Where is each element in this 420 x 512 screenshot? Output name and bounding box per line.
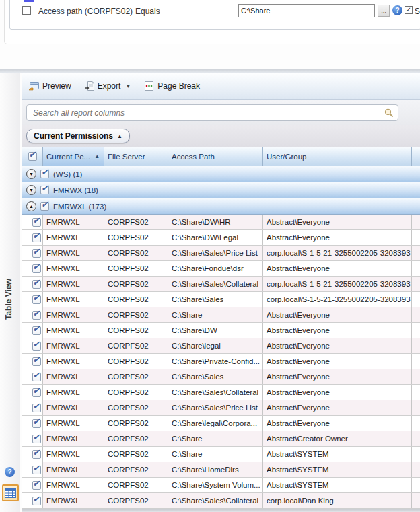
cell-edge: [412, 338, 420, 353]
header-cell-file-server[interactable]: File Server: [104, 147, 168, 166]
search-input[interactable]: [27, 105, 398, 120]
row-checkbox[interactable]: ✔: [32, 404, 41, 412]
check-icon: ✔: [33, 339, 40, 349]
table-row[interactable]: ✔FMRWXLCORPFS02C:\Share\legal\Corpora...…: [22, 416, 420, 431]
cell-user-group: Abstract\SYSTEM: [263, 462, 412, 477]
filter-operator-link[interactable]: Equals: [135, 7, 160, 16]
group-label: FMRWXL (173): [53, 203, 106, 211]
table-row[interactable]: ✔FMRWXLCORPFS02C:\Share\Sales\Price List…: [22, 400, 420, 416]
table-row[interactable]: ✔FMRWXLCORPFS02C:\Share\Salescorp.local\…: [22, 292, 420, 307]
row-checkbox[interactable]: ✔: [32, 481, 41, 490]
table-view-tab[interactable]: [2, 484, 19, 501]
row-checkbox[interactable]: ✔: [32, 280, 41, 289]
check-icon: ✔: [33, 370, 40, 380]
header-cell-user-group[interactable]: User/Group: [263, 147, 412, 166]
bottom-scroll-strip[interactable]: [22, 509, 420, 512]
row-checkbox[interactable]: ✔: [32, 233, 41, 242]
row-checkbox[interactable]: ✔: [32, 373, 41, 381]
cell-user-group: Abstract\Everyone: [263, 354, 412, 369]
cell-current-permissions: FMRWXL: [43, 230, 104, 245]
row-checkbox[interactable]: ✔: [32, 357, 41, 366]
cell-access-path: C:\Share\Sales\Collateral: [168, 277, 263, 291]
row-checkbox[interactable]: ✔: [32, 435, 41, 443]
report-toolbar: Preview Export ▼: [22, 73, 420, 100]
group-row[interactable]: ▼✔FMRWX (18): [22, 182, 420, 198]
filter-value-input[interactable]: [238, 4, 375, 17]
row-checkbox-cell: ✔: [30, 277, 43, 291]
row-checkbox[interactable]: ✔: [32, 450, 41, 459]
check-icon: ✔: [33, 308, 40, 318]
row-checkbox[interactable]: ✔: [32, 466, 41, 474]
cell-edge: [412, 292, 420, 307]
expand-group-icon[interactable]: ▼: [26, 185, 36, 195]
group-by-pill[interactable]: Current Permissions ▲: [26, 129, 130, 143]
header-cell-access-path[interactable]: Access Path: [168, 147, 263, 166]
table-row[interactable]: ✔FMRWXLCORPFS02C:\Share\Private-Confid..…: [22, 354, 420, 369]
table-row[interactable]: ✔FMRWXLCORPFS02C:\Share\HomeDirsAbstract…: [22, 462, 420, 478]
filter-help-icon[interactable]: ?: [392, 5, 403, 15]
row-checkbox[interactable]: ✔: [32, 497, 41, 505]
report-area: Table View ?: [0, 73, 420, 512]
search-icon[interactable]: [384, 108, 394, 118]
row-checkbox-cell: ✔: [30, 323, 43, 338]
row-checkbox[interactable]: ✔: [32, 388, 41, 397]
table-row[interactable]: ✔FMRWXLCORPFS02C:\Share\System Volum...A…: [22, 478, 420, 493]
row-checkbox[interactable]: ✔: [32, 218, 41, 227]
export-dropdown-icon[interactable]: ▼: [125, 83, 131, 89]
cell-file-server: CORPFS02: [104, 338, 168, 353]
cell-edge: [412, 307, 420, 322]
row-checkbox[interactable]: ✔: [32, 311, 41, 320]
row-checkbox[interactable]: ✔: [32, 419, 41, 428]
group-by-bar: Current Permissions ▲: [22, 125, 420, 147]
cell-file-server: CORPFS02: [104, 230, 168, 245]
browse-button[interactable]: ...: [378, 5, 390, 17]
group-checkbox[interactable]: ✔: [40, 170, 49, 178]
group-checkbox[interactable]: ✔: [40, 186, 49, 194]
cell-current-permissions: FMRWXL: [43, 462, 104, 477]
cell-current-permissions: FMRWXL: [43, 354, 104, 369]
cell-file-server: CORPFS02: [104, 400, 168, 415]
cell-access-path: C:\Share\legal\Corpora...: [168, 416, 263, 431]
table-row[interactable]: ✔FMRWXLCORPFS02C:\Share\Sales\Collateral…: [22, 493, 420, 509]
group-row[interactable]: ▲✔FMRWXL (173): [22, 198, 420, 215]
table-row[interactable]: ✔FMRWXLCORPFS02C:\ShareAbstract\Creator …: [22, 431, 420, 447]
table-row[interactable]: ✔FMRWXLCORPFS02C:\Share\DW\LegalAbstract…: [22, 230, 420, 246]
expand-group-icon[interactable]: ▼: [26, 169, 36, 179]
row-indent: [22, 230, 30, 245]
row-checkbox[interactable]: ✔: [32, 264, 41, 273]
filter-row-checkbox[interactable]: [22, 6, 31, 15]
export-button[interactable]: Export ▼: [85, 81, 131, 91]
collapse-group-icon[interactable]: ▲: [26, 201, 36, 211]
row-indent: [22, 277, 30, 291]
select-all-header-cell[interactable]: ✔: [22, 147, 43, 166]
row-indent: [22, 261, 30, 276]
table-row[interactable]: ✔FMRWXLCORPFS02C:\Share\DWAbstract\Every…: [22, 323, 420, 338]
table-row[interactable]: ✔FMRWXLCORPFS02C:\Share\SalesAbstract\Ev…: [22, 369, 420, 385]
table-row[interactable]: ✔FMRWXLCORPFS02C:\Share\DW\HRAbstract\Ev…: [22, 215, 420, 230]
table-row[interactable]: ✔FMRWXLCORPFS02C:\ShareAbstract\SYSTEM: [22, 447, 420, 462]
select-all-checkbox[interactable]: ✔: [28, 152, 37, 161]
group-checkbox[interactable]: ✔: [40, 202, 49, 211]
filter-option-checkbox[interactable]: ✓: [405, 6, 413, 14]
table-row[interactable]: ✔FMRWXLCORPFS02C:\Share\Sales\Collateral…: [22, 385, 420, 400]
table-row[interactable]: ✔FMRWXLCORPFS02C:\ShareAbstract\Everyone: [22, 307, 420, 323]
table-row[interactable]: ✔FMRWXLCORPFS02C:\Share\legalAbstract\Ev…: [22, 338, 420, 354]
table-row[interactable]: ✔FMRWXLCORPFS02C:\Share\Sales\Collateral…: [22, 277, 420, 292]
row-checkbox[interactable]: ✔: [32, 326, 41, 335]
group-row[interactable]: ▼✔(WS) (1): [22, 166, 420, 182]
cell-edge: [412, 369, 420, 384]
page-break-button[interactable]: Page Break: [144, 81, 200, 91]
row-checkbox[interactable]: ✔: [32, 342, 41, 351]
table-row[interactable]: ✔FMRWXLCORPFS02C:\Share\Sales\Price List…: [22, 246, 420, 261]
row-indent: [22, 400, 30, 415]
cell-access-path: C:\Share: [168, 431, 263, 446]
check-icon: ✔: [33, 432, 40, 442]
table-row[interactable]: ✔FMRWXLCORPFS02C:\Share\Fondue\dsrAbstra…: [22, 261, 420, 277]
row-checkbox[interactable]: ✔: [32, 249, 41, 258]
row-checkbox[interactable]: ✔: [32, 295, 41, 304]
sidebar-help-icon[interactable]: ?: [5, 467, 15, 477]
filter-field-link[interactable]: Access path: [38, 7, 82, 16]
header-cell-current-pe-[interactable]: Current Pe...▲: [43, 147, 104, 166]
view-sidebar: Table View ?: [0, 73, 20, 512]
preview-button[interactable]: Preview: [28, 81, 71, 91]
